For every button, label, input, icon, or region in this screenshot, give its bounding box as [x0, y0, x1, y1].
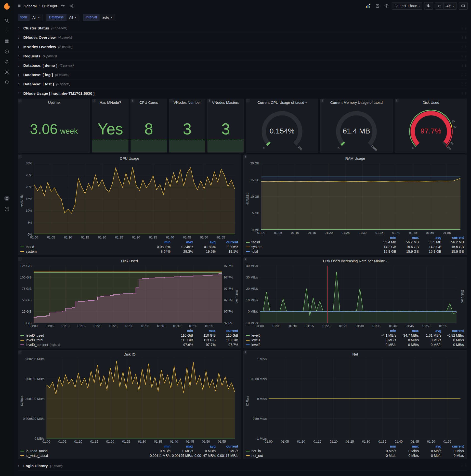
create-plus-icon[interactable] — [4, 29, 9, 33]
legend-series-net_in[interactable]: net_in — [246, 449, 374, 453]
panel-info-icon[interactable]: i — [92, 99, 96, 102]
row-drag-handle[interactable]: ⋮⋮ — [461, 82, 467, 86]
save-dashboard-icon[interactable] — [374, 2, 381, 10]
legend-header-current[interactable]: current — [441, 329, 464, 333]
panel-title[interactable]: CPU Usage — [120, 156, 139, 160]
panel-title[interactable]: CPU Cores — [139, 100, 158, 104]
server-admin-shield-icon[interactable] — [4, 80, 9, 85]
search-icon[interactable] — [4, 18, 9, 23]
legend-series-net_out[interactable]: net_out — [246, 454, 374, 458]
legend-series-level0_used[interactable]: level0_used — [20, 333, 170, 337]
legend-header-current[interactable]: current — [216, 444, 238, 448]
help-icon[interactable]: ? — [4, 206, 10, 212]
panel-title[interactable]: Has MNode? — [100, 100, 121, 104]
chart-plot-area[interactable]: 30%25%20%15%10%5%0% — [34, 163, 235, 234]
row-database-demo[interactable]: ›Database: [ demo ](5 panels)⋮⋮ — [18, 61, 467, 70]
legend-header-max[interactable]: max — [170, 444, 193, 448]
row-database-log[interactable]: ›Database: [ log ](5 panels)⋮⋮ — [18, 70, 467, 80]
legend-header-min[interactable]: min — [148, 240, 170, 244]
legend-series-taosd[interactable]: taosd — [20, 245, 148, 249]
legend-header-current[interactable]: current — [441, 236, 464, 239]
row-drag-handle[interactable]: ⋮⋮ — [461, 45, 467, 49]
dashboard-settings-gear-icon[interactable] — [383, 2, 390, 10]
legend-header-avg[interactable]: avg — [419, 236, 441, 239]
row-login-history[interactable]: ›Login History(1 panel)⋮⋮ — [18, 461, 467, 471]
row-drag-handle[interactable]: ⋮⋮ — [461, 73, 467, 77]
refresh-interval-picker[interactable]: 30s▾ — [443, 2, 457, 10]
panel-info-icon[interactable]: i — [131, 99, 135, 102]
legend-series-level1[interactable]: level1 — [246, 338, 374, 342]
variable-fqdn[interactable]: fqdn All▾ — [18, 14, 42, 21]
legend-header-avg[interactable]: avg — [419, 444, 441, 448]
legend-series-io_write_taosd[interactable]: io_write_taosd — [20, 454, 148, 458]
chart-plot-area[interactable]: 20 GB15 GB10 GB5 GB0 MB — [261, 163, 460, 230]
legend-header-max[interactable]: max — [396, 444, 419, 448]
panel-title[interactable]: VNodes Masters — [212, 100, 239, 104]
panel-info-icon[interactable]: i — [244, 257, 247, 261]
star-icon[interactable] — [60, 2, 66, 10]
panel-info-icon[interactable]: i — [244, 155, 247, 158]
legend-series-total[interactable]: total — [246, 250, 374, 254]
time-range-picker[interactable]: Last 1 hour ▾ — [392, 2, 422, 10]
panel-title[interactable]: VNodes Number — [174, 100, 201, 104]
legend-header-min[interactable]: min — [148, 444, 170, 448]
panel-info-icon[interactable]: i — [244, 351, 247, 354]
row-drag-handle[interactable]: ⋮⋮ — [461, 92, 467, 95]
panel-info-icon[interactable]: i — [18, 99, 22, 102]
legend-header-min[interactable]: min — [374, 329, 396, 333]
legend-series-system[interactable]: system — [20, 250, 148, 254]
legend-series-taosd[interactable]: taosd — [246, 240, 374, 244]
row-dnodes-overview[interactable]: ›DNodes Overview(4 panels)⋮⋮ — [18, 33, 467, 42]
legend-series-level0_percent[interactable]: level0_percent(right-y) — [20, 343, 170, 347]
legend-series-io_read_taosd[interactable]: io_read_taosd — [20, 449, 148, 453]
panel-info-icon[interactable]: i — [246, 99, 250, 102]
row-drag-handle[interactable]: ⋮⋮ — [461, 35, 467, 39]
row-cluster-status[interactable]: ›Cluster Status(21 panels)⋮⋮ — [18, 24, 467, 33]
legend-header-max[interactable]: max — [396, 236, 419, 239]
row-drag-handle[interactable]: ⋮⋮ — [461, 26, 467, 30]
variable-database[interactable]: Database All▾ — [46, 14, 79, 21]
breadcrumb-folder[interactable]: General — [24, 4, 36, 8]
legend-header-current[interactable]: current — [216, 240, 238, 244]
breadcrumb-title[interactable]: TDinsight — [42, 4, 57, 8]
variable-value-dropdown[interactable]: All▾ — [30, 14, 42, 21]
grafana-logo[interactable] — [3, 2, 11, 10]
legend-header-max[interactable]: max — [193, 329, 216, 333]
chart-plot-area[interactable]: 0.00200 MB/s0.00150 MB/s0.00100 MB/s0.00… — [46, 359, 235, 439]
row-drag-handle[interactable]: ⋮⋮ — [461, 64, 467, 67]
chart-plot-area[interactable]: 40 MB/s30 MB/s20 MB/s10 MB/s0 MB/s-10 MB… — [260, 266, 456, 323]
add-panel-icon[interactable] — [364, 2, 372, 10]
panel-title[interactable]: Net — [352, 352, 358, 356]
zoom-out-button[interactable] — [424, 2, 433, 10]
chart-plot-area[interactable]: 125 GiB97.7%100 GiB97.7%75 GiB97.7%50 Gi… — [34, 266, 222, 323]
legend-header-avg[interactable]: avg — [193, 444, 216, 448]
panel-info-icon[interactable]: i — [169, 99, 173, 102]
legend-header-avg[interactable]: avg — [419, 329, 441, 333]
row-drag-handle[interactable]: ⋮⋮ — [461, 54, 467, 58]
alerting-bell-icon[interactable] — [4, 59, 9, 64]
legend-header-current[interactable]: current — [216, 329, 238, 333]
legend-header-max[interactable]: max — [170, 240, 193, 244]
legend-header-min[interactable]: min — [374, 444, 396, 448]
row-dnode-usage[interactable]: ›DNode Usage [ huolinhe-TM1701:6030 ]⋮⋮ — [18, 89, 467, 98]
row-database-test[interactable]: ›Database: [ test ](5 panels)⋮⋮ — [18, 80, 467, 89]
panel-title[interactable]: Disk Used — [422, 100, 439, 104]
panel-title[interactable]: RAM Usage — [345, 156, 365, 160]
share-icon[interactable] — [69, 2, 75, 10]
variable-value-dropdown[interactable]: All▾ — [67, 14, 79, 21]
panel-title[interactable]: Disk IO — [123, 352, 135, 356]
panel-title[interactable]: Current Memory Usage of taosd — [330, 100, 383, 104]
panel-info-icon[interactable]: i — [207, 99, 211, 102]
panel-title[interactable]: Disk Used — [121, 259, 138, 263]
refresh-button[interactable] — [435, 2, 443, 10]
user-avatar[interactable] — [4, 195, 10, 202]
variable-value-dropdown[interactable]: auto▾ — [100, 14, 115, 21]
configuration-gear-icon[interactable] — [4, 70, 9, 75]
legend-header-max[interactable]: max — [396, 329, 419, 333]
panel-info-icon[interactable]: i — [18, 351, 22, 354]
legend-series-level0[interactable]: level0 — [246, 333, 374, 337]
panel-title[interactable]: Disk Used Increasing Rate per Minute — [323, 259, 385, 263]
variable-interval[interactable]: Interval auto▾ — [83, 14, 115, 21]
panel-info-icon[interactable]: i — [18, 155, 22, 158]
row-requests[interactable]: ›Requests(4 panels)⋮⋮ — [18, 51, 467, 61]
